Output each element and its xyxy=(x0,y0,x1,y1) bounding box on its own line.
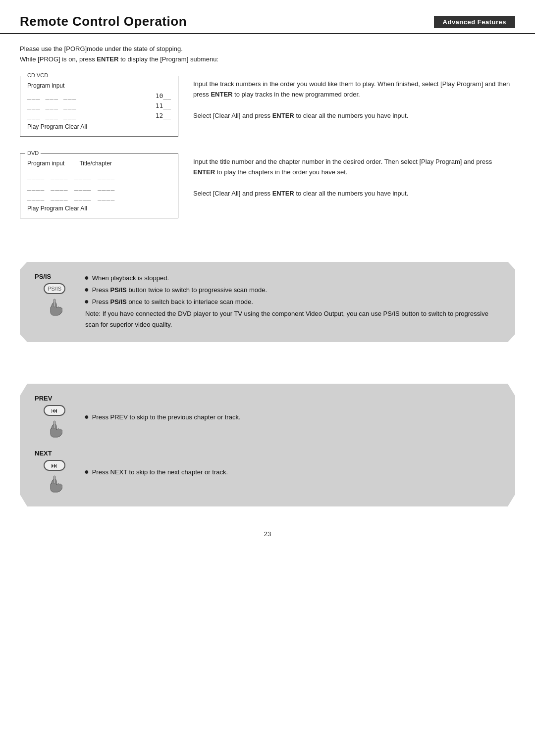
psis-panel-left: PS/IS PS/IS xyxy=(35,273,74,319)
prev-label: PREV xyxy=(35,395,52,402)
cd-desc-t4: to clear all the numbers you have input. xyxy=(294,112,409,119)
prev-bullet: ● Press PREV to skip to the previous cha… xyxy=(84,412,241,423)
page-header: Remote Control Operation Advanced Featur… xyxy=(0,0,535,34)
cd-desc-t3: Select [Clear All] and press xyxy=(193,112,272,119)
program-sections: CD VCD Program input ___ ___ ___ 10__ __… xyxy=(20,76,515,223)
next-panel-left: NEXT ⏭ xyxy=(35,450,74,496)
dvd-col2-header: Title/chapter xyxy=(79,160,112,167)
psis-bullet-4: Note: If you have connected the DVD play… xyxy=(84,308,500,330)
cd-desc-text: Input the track numbers in the order you… xyxy=(193,76,515,121)
cd-box-label: CD VCD xyxy=(25,72,50,78)
dvd-desc-bold2: ENTER xyxy=(272,190,294,197)
svg-rect-2 xyxy=(54,476,55,484)
intro-line1: Please use the [PORG]mode under the stat… xyxy=(20,44,515,54)
dvd-line-2: ____ ____ ____ ____ xyxy=(27,183,171,191)
page-title: Remote Control Operation xyxy=(20,14,187,29)
prev-button-icon: ⏮ xyxy=(44,405,65,416)
cd-line-2: ___ ___ ___ 11__ xyxy=(27,102,171,109)
dvd-line-1: ____ ____ ____ ____ xyxy=(27,173,171,180)
cd-desc-bold2: ENTER xyxy=(272,112,294,119)
intro-enter-bold: ENTER xyxy=(97,55,118,63)
intro-line2: While [PROG] is on, press ENTER to displ… xyxy=(20,54,515,65)
prev-panel-left: PREV ⏮ xyxy=(35,395,74,441)
cd-line-3: ___ ___ ___ 12__ xyxy=(27,112,171,119)
intro-text: Please use the [PORG]mode under the stat… xyxy=(0,44,535,65)
psis-bullet-2: ● Press PS/IS button twice to switch to … xyxy=(84,285,500,296)
dvd-desc-t1: Input the title number and the chapter n… xyxy=(193,158,492,165)
cd-line-1: ___ ___ ___ 10__ xyxy=(27,92,171,100)
prev-row: PREV ⏮ ● Press PREV to skip to the xyxy=(35,395,241,441)
prev-panel-right: ● Press PREV to skip to the previous cha… xyxy=(84,412,241,424)
psis-button-icon: PS/IS xyxy=(44,283,65,294)
dvd-desc-t3: Select [Clear All] and press xyxy=(193,190,272,197)
intro-line2-post: to display the [Program] submenu: xyxy=(118,55,218,63)
prev-bullet-text: Press PREV to skip to the previous chapt… xyxy=(92,412,241,423)
psis-bullet-3: ● Press PS/IS once to switch back to int… xyxy=(84,297,500,307)
psis-panel-inner: PS/IS PS/IS ● When playback is stopped. xyxy=(35,273,500,331)
svg-rect-1 xyxy=(54,421,55,429)
dvd-desc-bold1: ENTER xyxy=(193,168,215,176)
psis-panel-right: ● When playback is stopped. ● Press PS/I… xyxy=(84,273,500,331)
prev-next-inner: PREV ⏮ ● Press PREV to skip to the xyxy=(35,395,500,496)
next-bullet: ● Press NEXT to skip to the next chapter… xyxy=(84,467,228,478)
next-bullet-text: Press NEXT to skip to the next chapter o… xyxy=(92,467,228,478)
psis-hand-icon xyxy=(47,298,62,319)
intro-line2-pre: While [PROG] is on, press xyxy=(20,55,97,63)
psis-bullet-1: ● When playback is stopped. xyxy=(84,273,500,284)
next-button-icon: ⏭ xyxy=(44,460,65,471)
next-hand-icon xyxy=(47,475,62,496)
prev-hand-icon xyxy=(47,420,62,441)
dvd-box-footer: Play Program Clear All xyxy=(27,205,171,212)
next-row: NEXT ⏭ ● Press NEXT to skip to the xyxy=(35,450,228,496)
advanced-features-badge: Advanced Features xyxy=(434,16,515,28)
dvd-program-box: DVD Program input Title/chapter ____ ___… xyxy=(20,153,178,218)
next-panel-right: ● Press NEXT to skip to the next chapter… xyxy=(84,467,228,479)
cd-box-title: Program input xyxy=(27,82,171,89)
next-label: NEXT xyxy=(35,450,52,457)
page-number: 23 xyxy=(0,521,535,543)
cd-program-box: CD VCD Program input ___ ___ ___ 10__ __… xyxy=(20,76,178,137)
cd-box-footer: Play Program Clear All xyxy=(27,123,171,130)
cd-program-row: CD VCD Program input ___ ___ ___ 10__ __… xyxy=(20,76,515,137)
cd-desc-t2: to play tracks in the new programmed ord… xyxy=(232,91,360,98)
dvd-desc-t2: to play the chapters in the order you ha… xyxy=(215,168,347,176)
psis-panel: PS/IS PS/IS ● When playback is stopped. xyxy=(20,262,515,342)
dvd-box-label: DVD xyxy=(25,150,41,156)
dvd-col1-header: Program input xyxy=(27,160,64,167)
panel-sections: PS/IS PS/IS ● When playback is stopped. xyxy=(20,262,515,506)
svg-rect-0 xyxy=(54,299,55,307)
cd-desc-bold1: ENTER xyxy=(211,91,232,98)
dvd-desc-t4: to clear all the numbers you have input. xyxy=(294,190,409,197)
dvd-line-3: ____ ____ ____ ____ xyxy=(27,194,171,201)
dvd-program-row: DVD Program input Title/chapter ____ ___… xyxy=(20,153,515,218)
dvd-desc-text: Input the title number and the chapter n… xyxy=(193,153,515,199)
psis-label: PS/IS xyxy=(35,273,51,280)
prev-next-panel: PREV ⏮ ● Press PREV to skip to the xyxy=(20,384,515,506)
